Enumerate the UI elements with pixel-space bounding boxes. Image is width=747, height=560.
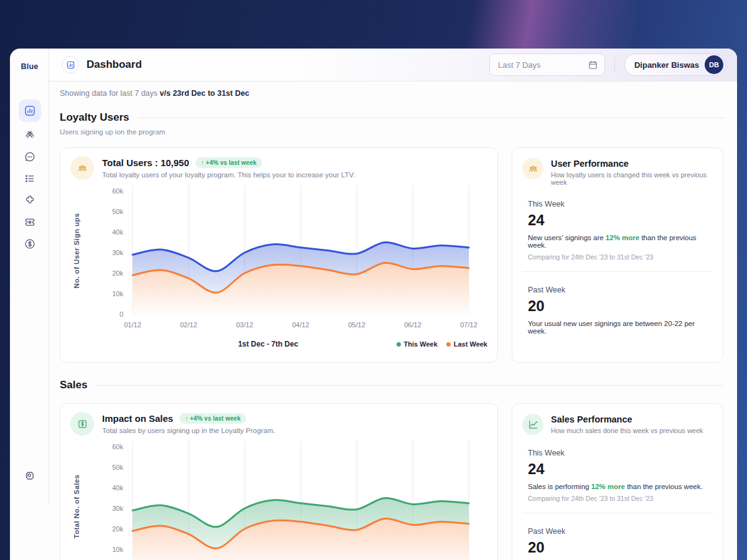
legend-item-this-week: This Week <box>397 340 438 348</box>
svg-text:01/12: 01/12 <box>124 321 141 329</box>
comparing-note: Comparing for 24th Dec ’23 to 31st Dec ’… <box>528 495 713 502</box>
svg-text:50k: 50k <box>112 208 123 215</box>
svg-text:10k: 10k <box>112 290 123 297</box>
comparing-note: Comparing for 24th Dec ’23 to 31st Dec ’… <box>528 253 713 261</box>
sidebar: Blue <box>10 49 49 560</box>
past-week-text: Your usual new user signings are between… <box>528 320 713 335</box>
sidebar-item-settings[interactable] <box>18 464 40 487</box>
avatar: DB <box>705 55 723 74</box>
date-range-select[interactable]: Last 7 Days <box>489 54 605 76</box>
users-group-icon <box>70 156 94 180</box>
svg-text:30k: 30k <box>112 249 123 256</box>
this-week-value: 24 <box>528 212 713 229</box>
svg-text:20k: 20k <box>112 269 123 277</box>
past-week-value: 20 <box>528 539 713 556</box>
header-divider <box>614 57 615 73</box>
svg-text:10k: 10k <box>112 546 123 553</box>
sidebar-item-integrations[interactable] <box>19 189 41 211</box>
svg-text:0: 0 <box>120 310 123 318</box>
total-users-card: Total Users : 10,950 ↑ +4% vs last week … <box>60 147 498 363</box>
sidebar-item-dashboard[interactable] <box>19 100 41 122</box>
sidebar-item-tasks[interactable] <box>19 167 41 189</box>
card-title: User Performance <box>551 159 713 169</box>
coupon-icon <box>24 216 36 228</box>
settings-gear-icon <box>23 469 35 482</box>
section-title: Sales <box>60 379 87 391</box>
sidebar-item-coupons[interactable] <box>19 211 41 233</box>
impact-on-sales-card: Impact on Sales ↑ +4% vs last week Total… <box>60 403 498 560</box>
page-title: Dashboard <box>87 58 142 71</box>
sidebar-item-payments[interactable] <box>19 233 41 254</box>
svg-text:06/12: 06/12 <box>404 321 421 329</box>
svg-text:07/12: 07/12 <box>460 321 477 329</box>
svg-text:20k: 20k <box>112 525 123 533</box>
chart-legend: This Week Last Week <box>397 340 487 348</box>
card-description: Total sales by users signing up in the L… <box>102 427 275 434</box>
section-title: Loyalty Users <box>60 111 129 124</box>
card-description: How much sales done this week vs previou… <box>551 427 703 434</box>
this-week-label: This Week <box>528 449 713 457</box>
top-header: Dashboard Last 7 Days Dipanker Biswas DB <box>49 49 737 82</box>
main-content: Showing data for last 7 days v/s 23rd De… <box>49 82 737 560</box>
loyalty-users-chart: 01/1202/1203/1204/1205/1206/1207/12010k2… <box>70 181 487 338</box>
chart-x-axis-label: 1st Dec - 7th Dec <box>140 340 397 348</box>
dollar-note-icon <box>70 412 94 436</box>
tasks-list-icon <box>24 172 36 185</box>
svg-text:30k: 30k <box>112 505 123 512</box>
section-sales: Sales <box>60 379 723 391</box>
section-loyalty-users: Loyalty Users <box>60 111 723 124</box>
divider <box>522 271 713 272</box>
svg-text:Total No. of Sales: Total No. of Sales <box>73 475 80 539</box>
svg-text:02/12: 02/12 <box>180 321 197 329</box>
card-title: Total Users : 10,950 <box>102 157 189 168</box>
trend-badge: ↑ +4% vs last week <box>179 413 246 424</box>
sidebar-item-messages[interactable] <box>19 146 41 167</box>
card-title: Impact on Sales <box>102 413 173 424</box>
users-group-icon <box>522 158 543 179</box>
this-week-text: New users’ signings are 12% more than th… <box>528 234 713 249</box>
svg-text:40k: 40k <box>112 228 123 236</box>
dashboard-icon <box>24 105 36 117</box>
card-title: Sales Performance <box>551 414 703 424</box>
date-range-value: Last 7 Days <box>498 60 541 70</box>
svg-text:04/12: 04/12 <box>292 321 309 329</box>
dashboard-page-icon <box>62 56 79 73</box>
section-rule <box>138 118 724 118</box>
sidebar-item-users[interactable] <box>19 124 41 146</box>
section-subtitle: Users signing up ion the program <box>60 128 723 136</box>
card-description: How loyalty users is changed this week v… <box>551 171 713 186</box>
svg-text:60k: 60k <box>112 443 123 450</box>
payments-icon <box>24 238 36 250</box>
past-week-label: Past Week <box>528 286 713 294</box>
calendar-icon <box>588 60 598 70</box>
data-period-note: Showing data for last 7 days v/s 23rd De… <box>60 89 723 98</box>
svg-text:50k: 50k <box>112 464 123 471</box>
svg-text:40k: 40k <box>112 484 123 492</box>
trend-badge: ↑ +4% vs last week <box>195 157 262 168</box>
user-name: Dipanker Biswas <box>634 60 699 70</box>
divider <box>522 513 713 513</box>
sales-performance-card: Sales Performance How much sales done th… <box>512 403 723 560</box>
section-rule <box>96 385 723 386</box>
this-week-text: Sales is performing 12% more than the pr… <box>528 483 713 490</box>
this-week-value: 24 <box>528 460 713 478</box>
user-performance-card: User Performance How loyalty users is ch… <box>512 147 723 363</box>
past-week-label: Past Week <box>528 527 713 536</box>
svg-text:No. of User Sign ups: No. of User Sign ups <box>73 213 80 288</box>
svg-text:03/12: 03/12 <box>236 321 253 329</box>
sidebar-nav <box>10 100 49 254</box>
card-description: Total loyalty users of your loyalty prog… <box>102 171 355 179</box>
svg-text:60k: 60k <box>112 187 123 195</box>
users-icon <box>24 129 36 141</box>
past-week-value: 20 <box>528 297 713 315</box>
chat-icon <box>24 151 36 163</box>
sales-trend-icon <box>522 414 543 435</box>
this-week-label: This Week <box>528 200 713 208</box>
integrations-icon <box>24 194 36 207</box>
impact-on-sales-chart: 01/1202/1203/1204/1205/1206/1207/12010k2… <box>70 437 487 560</box>
legend-item-last-week: Last Week <box>446 340 487 348</box>
svg-text:05/12: 05/12 <box>348 321 365 329</box>
app-logo: Blue <box>10 62 49 71</box>
user-menu[interactable]: Dipanker Biswas DB <box>624 54 726 76</box>
app-window: Blue <box>10 49 737 560</box>
